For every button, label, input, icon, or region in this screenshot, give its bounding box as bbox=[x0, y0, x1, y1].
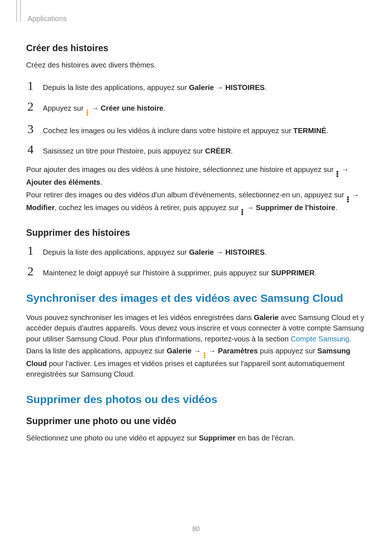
app-galerie: Galerie bbox=[189, 83, 214, 91]
step-item: 3 Cochez les images ou les vidéos à incl… bbox=[26, 123, 366, 136]
text: . bbox=[265, 248, 267, 256]
sync-paragraph-1: Vous pouvez synchroniser les images et l… bbox=[26, 312, 366, 344]
arrow: → bbox=[192, 347, 203, 355]
text: . bbox=[231, 147, 233, 155]
menu-settings: Paramètres bbox=[218, 347, 258, 355]
app-galerie: Galerie bbox=[167, 347, 191, 355]
arrow: → bbox=[339, 165, 349, 173]
step-item: 1 Depuis la liste des applications, appu… bbox=[26, 245, 366, 258]
button-create: CRÉER bbox=[205, 147, 231, 155]
step-item: 4 Saisissez un titre pour l'histoire, pu… bbox=[26, 143, 366, 156]
text: Dans la liste des applications, appuyez … bbox=[26, 347, 167, 355]
arrow: → bbox=[89, 104, 101, 112]
step-text: Saisissez un titre pour l'histoire, puis… bbox=[43, 145, 233, 156]
more-options-icon bbox=[241, 209, 244, 215]
menu-edit: Modifier bbox=[26, 204, 55, 212]
chapter-title: Applications bbox=[28, 15, 366, 23]
arrow: → bbox=[214, 83, 225, 91]
arrow: → bbox=[350, 191, 359, 199]
step-number: 2 bbox=[26, 100, 35, 113]
button-delete: Supprimer bbox=[199, 434, 236, 442]
text: Pour ajouter des images ou des vidéos à … bbox=[26, 165, 336, 173]
more-options-icon bbox=[336, 171, 339, 177]
text: . bbox=[265, 83, 267, 91]
text: . bbox=[100, 178, 102, 186]
step-text: Depuis la liste des applications, appuye… bbox=[43, 247, 267, 258]
button-done: TERMINÉ bbox=[293, 127, 326, 135]
step-number: 4 bbox=[26, 143, 35, 156]
step-item: 1 Depuis la liste des applications, appu… bbox=[26, 80, 366, 93]
sync-paragraph-2: Dans la liste des applications, appuyez … bbox=[26, 346, 366, 380]
steps-delete-stories: 1 Depuis la liste des applications, appu… bbox=[26, 245, 366, 278]
text: puis appuyez sur bbox=[258, 347, 317, 355]
section-heading-delete-media: Supprimer des photos ou des vidéos bbox=[26, 393, 366, 406]
intro-create-stories: Créez des histoires avec divers thèmes. bbox=[26, 60, 366, 70]
subsection-heading-delete-one: Supprimer une photo ou une vidéo bbox=[26, 416, 366, 426]
menu-create-story: Créer une histoire bbox=[101, 104, 163, 112]
menu-delete-from-story: Supprimer de l'histoire bbox=[256, 204, 335, 212]
text: Cochez les images ou les vidéos à inclur… bbox=[43, 127, 293, 135]
tab-histoires: HISTOIRES bbox=[225, 83, 265, 91]
header-decoration bbox=[16, 0, 21, 22]
step-text: Appuyez sur → Créer une histoire. bbox=[43, 103, 166, 116]
text: . bbox=[315, 269, 317, 277]
step-text: Maintenez le doigt appuyé sur l'histoire… bbox=[43, 267, 317, 278]
app-galerie: Galerie bbox=[189, 248, 214, 256]
menu-add-items: Ajouter des éléments bbox=[26, 178, 100, 186]
section-heading-sync: Synchroniser des images et des vidéos av… bbox=[26, 292, 366, 304]
text: . bbox=[163, 104, 166, 112]
link-compte-samsung[interactable]: Compte Samsung bbox=[291, 335, 350, 343]
step-text: Cochez les images ou les vidéos à inclur… bbox=[43, 125, 328, 136]
step-number: 3 bbox=[26, 123, 35, 135]
note-add-elements: Pour ajouter des images ou des vidéos à … bbox=[26, 164, 366, 188]
more-options-icon bbox=[347, 196, 349, 202]
step-item: 2 Maintenez le doigt appuyé sur l'histoi… bbox=[26, 265, 366, 278]
text: Maintenez le doigt appuyé sur l'histoire… bbox=[43, 269, 271, 277]
arrow: → bbox=[207, 347, 218, 355]
text: . bbox=[349, 335, 351, 343]
step-number: 1 bbox=[26, 245, 35, 257]
text: pour l'activer. Les images et vidéos pri… bbox=[26, 360, 344, 378]
text: . bbox=[326, 127, 328, 135]
step-number: 1 bbox=[26, 80, 35, 92]
more-options-icon bbox=[204, 352, 206, 358]
steps-create-stories: 1 Depuis la liste des applications, appu… bbox=[26, 80, 366, 156]
step-text: Depuis la liste des applications, appuye… bbox=[43, 82, 267, 93]
note-remove-elements: Pour retirer des images ou des vidéos d'… bbox=[26, 190, 366, 215]
document-page: Applications Créer des histoires Créez d… bbox=[0, 0, 392, 554]
text: en bas de l'écran. bbox=[236, 434, 295, 442]
more-options-icon bbox=[86, 110, 89, 116]
tab-histoires: HISTOIRES bbox=[225, 248, 265, 256]
text: Appuyez sur bbox=[43, 104, 86, 112]
text: Depuis la liste des applications, appuye… bbox=[43, 248, 189, 256]
section-heading-delete-stories: Supprimer des histoires bbox=[26, 227, 366, 238]
step-number: 2 bbox=[26, 265, 35, 278]
text: Depuis la liste des applications, appuye… bbox=[43, 83, 189, 91]
text: . bbox=[335, 204, 338, 212]
text: Vous pouvez synchroniser les images et l… bbox=[26, 313, 254, 321]
step-item: 2 Appuyez sur → Créer une histoire. bbox=[26, 100, 366, 116]
arrow: → bbox=[244, 204, 256, 212]
text: Pour retirer des images ou des vidéos d'… bbox=[26, 191, 346, 199]
page-number: 80 bbox=[0, 525, 392, 533]
button-delete: SUPPRIMER bbox=[271, 269, 315, 277]
text: , cochez les images ou vidéos à retirer,… bbox=[55, 204, 241, 212]
section-heading-create-stories: Créer des histoires bbox=[26, 43, 366, 53]
text: Saisissez un titre pour l'histoire, puis… bbox=[43, 147, 205, 155]
delete-media-paragraph: Sélectionnez une photo ou une vidéo et a… bbox=[26, 433, 366, 443]
text: Sélectionnez une photo ou une vidéo et a… bbox=[26, 434, 199, 442]
app-galerie: Galerie bbox=[254, 313, 278, 321]
arrow: → bbox=[214, 248, 225, 256]
